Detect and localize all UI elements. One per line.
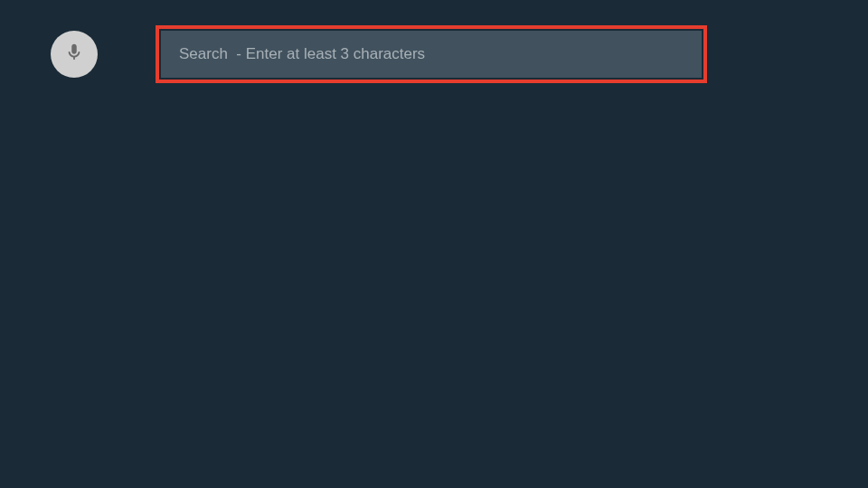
search-bar-container bbox=[0, 0, 868, 83]
voice-search-button[interactable] bbox=[51, 31, 98, 78]
search-input[interactable] bbox=[161, 31, 702, 78]
microphone-icon bbox=[64, 42, 84, 66]
search-input-highlight bbox=[156, 25, 707, 83]
